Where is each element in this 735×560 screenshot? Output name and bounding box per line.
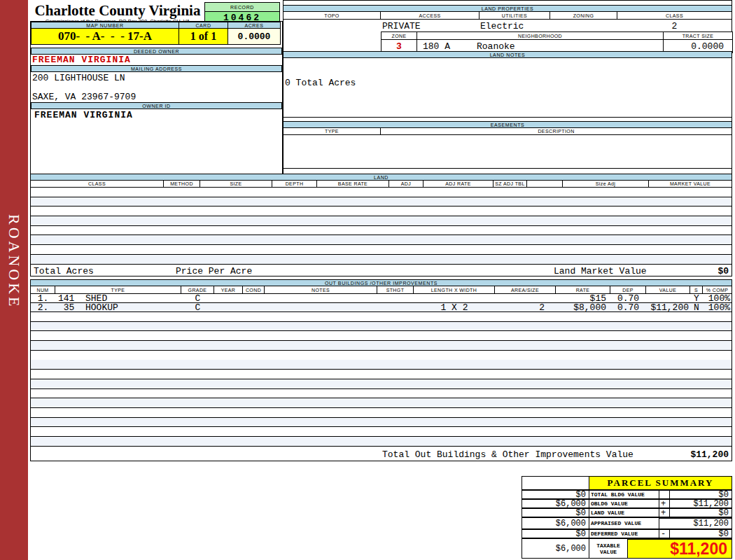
ps-left-5: $6,000 (522, 538, 589, 559)
ob2-area: 2 (495, 303, 556, 312)
ob-col-grade: GRADE (181, 286, 214, 293)
land-col-class: CLASS (31, 181, 164, 187)
ob2-value: $11,200 (646, 303, 690, 312)
ob-col-num: NUM (31, 286, 55, 293)
tract-size-label: TRACT SIZE (664, 32, 732, 39)
ob1-pct: 100% (703, 294, 732, 302)
mailing-address-label: MAILING ADDRESS (31, 65, 282, 72)
out-buildings-header: NUM TYPE GRADE YEAR COND NOTES STHGT LEN… (30, 286, 732, 294)
address-line-1: 200 LIGHTHOUSE LN (32, 73, 125, 83)
parcel-summary-table: PARCEL SUMMARY $0 TOTAL BLDG VALUE $0 $6… (522, 476, 732, 559)
ps-label-4: DEFERRED VALUE (589, 529, 659, 538)
land-col-size-adj: Size Adj (563, 181, 649, 187)
ob2-num: 2. (31, 303, 55, 312)
ps-label-5: TAXABLE VALUE (589, 538, 628, 559)
map-number-value: 070- - A- - - 17-A (31, 28, 179, 45)
land-properties-panel: LAND PROPERTIES TOPO ACCESS UTILITIES ZO… (283, 0, 732, 174)
land-col-adj: ADJ (389, 181, 424, 187)
col-class: CLASS (617, 12, 732, 19)
acres-value: 0.0000 (227, 28, 281, 45)
land-col-depth: DEPTH (272, 181, 317, 187)
summary-row-appraised: $6,000 APPRAISED VALUE $11,200 (522, 517, 732, 529)
ps-right-3: $11,200 (659, 517, 732, 529)
ps-right-4: $0 (669, 529, 732, 538)
summary-row-land: $0 LAND VALUE + $0 (522, 508, 732, 517)
summary-row-obldg: $6,000 OBLDG VALUE + $11,200 (522, 499, 732, 508)
county-title: Charlotte County Virginia (31, 2, 204, 20)
ob1-lxw (414, 294, 495, 302)
ob1-grade: C (181, 294, 214, 302)
ob-col-value: VALUE (646, 286, 690, 293)
land-notes-box: 0 Total Acres (283, 57, 732, 118)
owner-id-value: FREEMAN VIRGINIA (34, 110, 133, 120)
class-value: 2 (617, 21, 732, 31)
ps-op-2: + (659, 508, 670, 517)
ob1-rate: $15 (556, 294, 610, 302)
ob1-value (646, 294, 690, 302)
land-col-size: SIZE (200, 181, 272, 187)
ob-col-year: YEAR (214, 286, 243, 293)
ob-col-s: S (690, 286, 703, 293)
ps-right-0: $0 (669, 490, 732, 499)
ob-col-dep: DEP (610, 286, 646, 293)
ob2-dep: 0.70 (610, 303, 646, 312)
summary-row-deferred: $0 DEFERRED VALUE - $0 (522, 529, 732, 538)
ob-col-type: TYPE (55, 286, 181, 293)
land-col-sz-adj-tbl: SZ ADJ TBL (493, 181, 527, 187)
ob1-sthgt (377, 294, 414, 302)
ob-col-length-width: LENGTH X WIDTH (414, 286, 495, 293)
ob2-s: N (690, 303, 703, 312)
ob-col-pct-comp: % COMP (703, 286, 732, 293)
ob1-cond (243, 294, 265, 302)
ps-op-4: - (659, 529, 670, 538)
address-line-2: SAXE, VA 23967-9709 (32, 92, 136, 102)
neighborhood-code: 180 A (423, 41, 450, 52)
district-sidebar: ROANOKE (0, 0, 28, 560)
access-value: PRIVATE (382, 21, 421, 31)
ps-left-4: $0 (522, 529, 589, 538)
zone-label: ZONE (382, 32, 417, 39)
land-header: CLASS METHOD SIZE DEPTH BASE RATE ADJ AD… (30, 180, 732, 188)
out-buildings-total-value: $11,200 (690, 449, 729, 460)
ob-col-sthgt: STHGT (377, 286, 414, 293)
land-properties-header: TOPO ACCESS UTILITIES ZONING CLASS (283, 11, 732, 20)
ps-label-0: TOTAL BLDG VALUE (589, 490, 659, 499)
land-market-value: $0 (718, 266, 729, 276)
ob1-type: 141 SHED (55, 294, 181, 302)
ps-label-2: LAND VALUE (589, 508, 659, 517)
ps-left-3: $6,000 (522, 517, 589, 529)
land-market-value-label: Land Market Value (554, 266, 647, 276)
neighborhood-label: NEIGHBORHOOD (417, 32, 664, 39)
card-value: 1 of 1 (178, 28, 228, 45)
owner-id-label: OWNER ID (31, 102, 282, 109)
ob1-notes (265, 294, 377, 302)
deeded-owner-value: FREEMAN VIRGINIA (32, 55, 131, 65)
ob2-lxw: 1 X 2 (414, 303, 495, 312)
ps-right-1: $11,200 (669, 499, 732, 508)
total-acres-label: Total Acres (34, 266, 94, 276)
ob1-area (495, 294, 556, 302)
ob-col-cond: COND (243, 286, 265, 293)
ps-left-0: $0 (522, 490, 589, 499)
district-label: ROANOKE (5, 214, 23, 309)
ob1-num: 1. (31, 294, 55, 302)
col-zoning: ZONING (550, 12, 617, 19)
summary-row-taxable: $6,000 TAXABLE VALUE $11,200 (522, 538, 732, 559)
out-buildings-section: OUT BUILDINGS /OTHER IMPROVEMENTS NUM TY… (30, 279, 732, 462)
ps-op-1: + (659, 499, 670, 508)
ps-label-3: APPRAISED VALUE (589, 517, 659, 529)
ob-col-area-size: AREA/SIZE (495, 286, 556, 293)
ob2-sthgt (377, 303, 414, 312)
price-per-acre-label: Price Per Acre (176, 266, 252, 276)
land-col-blank (527, 181, 563, 187)
out-buildings-total-label: Total Out Buildings & Other Improvements… (382, 449, 634, 460)
land-col-adj-rate: ADJ RATE (424, 181, 493, 187)
ob-col-rate: RATE (556, 286, 610, 293)
property-record-card: ROANOKE Charlotte County Virginia Commis… (0, 0, 735, 560)
record-label: RECORD (204, 2, 280, 12)
ps-left-1: $6,000 (522, 499, 589, 508)
ob2-year (214, 303, 243, 312)
ps-right-2: $0 (669, 508, 732, 517)
parcel-summary-header-row: PARCEL SUMMARY (522, 476, 732, 490)
land-section: LAND CLASS METHOD SIZE DEPTH BASE RATE A… (30, 174, 732, 276)
